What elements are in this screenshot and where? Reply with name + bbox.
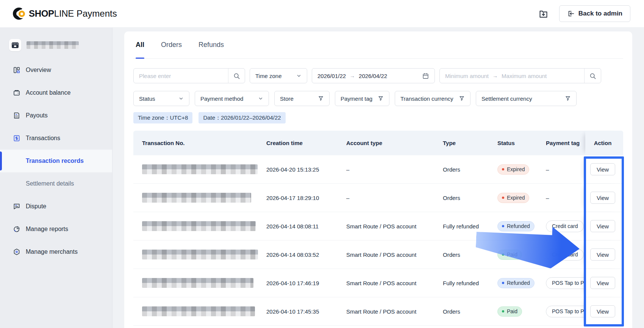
column-header: Action: [585, 131, 623, 155]
sidebar-item-overview[interactable]: Overview: [0, 59, 112, 81]
sidebar-item-manage-reports[interactable]: Manage reports: [0, 218, 112, 241]
transaction-no-redacted: [142, 278, 253, 288]
cell-type: Orders: [443, 166, 497, 173]
brand-line: LINE: [54, 8, 74, 19]
cell-transaction-no: [133, 250, 266, 259]
time-zone-select[interactable]: Time zone: [250, 68, 307, 83]
cell-action: View: [585, 212, 623, 240]
view-button[interactable]: View: [590, 192, 615, 204]
cell-account-type: Smart Route / POS account: [346, 308, 443, 315]
cell-status: Expired: [497, 193, 546, 203]
filter-payment-tag[interactable]: Payment tag: [335, 91, 389, 106]
filter-label: Payment tag: [341, 95, 372, 102]
calendar-icon: [422, 72, 429, 80]
date-to-value: 2026/04/22: [359, 73, 387, 79]
back-to-admin-button[interactable]: Back to admin: [559, 5, 630, 22]
export-download-icon[interactable]: [538, 8, 549, 19]
status-dot-icon: [502, 282, 504, 284]
filter-store[interactable]: Store: [274, 91, 330, 106]
tab-bar: AllOrdersRefunds: [133, 31, 623, 59]
payment-tag-pill: Credit card: [546, 220, 584, 232]
sidebar-item-account-balance[interactable]: Account balance: [0, 81, 112, 104]
brand-shop: SHOP: [29, 8, 54, 19]
payment-tag-pill: Credit card: [546, 249, 584, 261]
payouts-icon: [13, 112, 20, 119]
filter-payment-method[interactable]: Payment method: [195, 91, 269, 106]
sidebar-item-transactions[interactable]: Transactions: [0, 127, 112, 150]
cell-action: View: [585, 241, 623, 269]
sidebar-item-settlement-details[interactable]: Settlement details: [0, 172, 112, 195]
cell-type: Fully refunded: [443, 280, 497, 286]
status-dot-icon: [502, 310, 504, 312]
tab-refunds[interactable]: Refunds: [199, 31, 224, 58]
amount-min-placeholder: Minimum amount: [445, 73, 489, 79]
merchants-icon: [13, 248, 20, 256]
tab-all[interactable]: All: [136, 31, 144, 58]
view-button[interactable]: View: [590, 277, 615, 289]
applied-filter-chips: Time zone：UTC+8Date：2026/01/22–2026/04/2…: [133, 112, 623, 123]
store-icon: [9, 39, 21, 51]
range-arrow: →: [492, 73, 498, 79]
back-arrow-icon: [567, 10, 575, 17]
filter-settlement-currency[interactable]: Settlement currency: [476, 91, 577, 106]
date-from-value: 2026/01/22: [317, 73, 346, 79]
amount-range-filter[interactable]: Minimum amount → Maximum amount: [439, 68, 601, 83]
keyword-search-box[interactable]: [133, 68, 245, 83]
search-input[interactable]: [134, 73, 228, 79]
sidebar-item-label: Transactions: [26, 135, 60, 142]
cell-transaction-no: [133, 306, 266, 316]
amount-search-icon[interactable]: [584, 69, 601, 83]
status-dot-icon: [502, 197, 504, 199]
back-to-admin-label: Back to admin: [578, 10, 622, 17]
range-arrow: →: [350, 73, 355, 79]
sidebar-item-label: Manage reports: [26, 226, 68, 233]
status-badge: Paid: [497, 250, 522, 260]
merchant-switcher[interactable]: [0, 39, 112, 51]
dispute-icon: [13, 203, 20, 210]
filter-transaction-currency[interactable]: Transaction currency: [395, 91, 470, 106]
sidebar: OverviewAccount balancePayoutsTransactio…: [0, 28, 113, 328]
cell-account-type: –: [346, 166, 443, 173]
sidebar-item-transaction-records[interactable]: Transaction records: [0, 150, 112, 172]
cell-status: Expired: [497, 164, 546, 175]
column-header: Payment tag: [546, 140, 585, 146]
funnel-icon: [565, 95, 571, 102]
table-row: 2026-04-10 17:46:19Smart Route / POS acc…: [133, 269, 623, 297]
status-badge: Expired: [497, 164, 529, 175]
cell-account-type: Smart Route / POS account: [346, 251, 443, 258]
cell-account-type: Smart Route / POS account: [346, 280, 443, 286]
active-indicator-bar: [0, 152, 2, 170]
view-button[interactable]: View: [590, 248, 615, 261]
cell-creation-time: 2026-04-14 08:03:52: [266, 251, 346, 258]
date-range-picker[interactable]: 2026/01/22 → 2026/04/22: [312, 68, 435, 83]
sidebar-item-payouts[interactable]: Payouts: [0, 104, 112, 127]
view-button[interactable]: View: [590, 220, 615, 232]
view-button[interactable]: View: [590, 305, 615, 317]
cell-type: Fully refunded: [443, 223, 497, 230]
main-content-card: AllOrdersRefunds Time zone 2026/01/22 → …: [124, 31, 632, 328]
status-badge: Refunded: [497, 278, 535, 288]
brand-suffix: Payments: [77, 8, 117, 19]
sidebar-item-manage-merchants[interactable]: Manage merchants: [0, 241, 112, 263]
applied-filter-chip: Date：2026/01/22–2026/04/22: [199, 112, 285, 123]
cell-payment-tag: –: [546, 166, 585, 173]
brand-text: SHOPLINEPayments: [29, 8, 117, 19]
sidebar-item-label: Settlement details: [26, 180, 74, 187]
filter-label: Payment method: [200, 95, 243, 102]
cell-payment-tag: POS Tap to Pay: [546, 277, 585, 289]
tab-orders[interactable]: Orders: [161, 31, 182, 58]
reports-icon: [13, 225, 20, 233]
status-label: Expired: [507, 195, 525, 201]
cell-transaction-no: [133, 221, 266, 231]
column-header: Creation time: [266, 140, 346, 146]
time-zone-label: Time zone: [255, 73, 281, 79]
chevron-down-icon: [258, 96, 263, 101]
view-button[interactable]: View: [590, 163, 615, 175]
overview-icon: [13, 66, 20, 74]
shopline-logo-icon: [13, 8, 25, 20]
sidebar-item-dispute[interactable]: Dispute: [0, 195, 112, 218]
filter-status[interactable]: Status: [133, 91, 189, 106]
cell-creation-time: 2026-04-10 17:45:35: [266, 308, 346, 315]
search-icon[interactable]: [228, 69, 245, 83]
merchant-name-redacted: [27, 41, 79, 49]
